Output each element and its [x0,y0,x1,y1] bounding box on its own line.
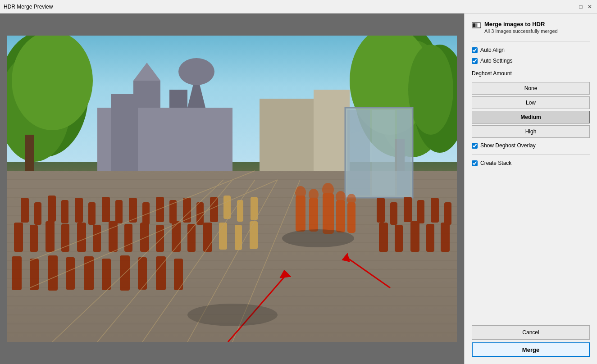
create-stack-checkbox[interactable] [472,160,478,166]
svg-rect-39 [314,90,350,171]
svg-point-121 [282,229,354,247]
svg-rect-73 [12,256,22,290]
svg-rect-49 [75,198,83,223]
panel-title-group: Merge images to HDR All 3 images success… [484,21,558,34]
deghost-medium-button[interactable]: Medium [472,111,590,123]
svg-rect-88 [250,221,258,249]
svg-rect-77 [84,256,94,290]
svg-rect-53 [129,198,137,223]
show-deghost-overlay-label: Show Deghost Overlay [480,142,536,149]
svg-rect-75 [48,255,58,291]
svg-rect-90 [390,202,397,225]
show-deghost-overlay-row[interactable]: Show Deghost Overlay [472,142,590,149]
svg-point-103 [309,189,319,200]
auto-align-checkbox[interactable] [472,47,478,53]
svg-point-32 [178,58,214,85]
svg-rect-74 [30,259,39,290]
show-deghost-overlay-checkbox[interactable] [472,143,478,149]
svg-rect-71 [187,224,196,252]
hdr-preview-image [7,36,457,342]
svg-point-105 [322,183,334,196]
divider-2 [472,154,590,155]
svg-point-10 [408,45,453,135]
deghost-high-button[interactable]: High [472,125,590,138]
merge-button[interactable]: Merge [472,342,590,357]
svg-rect-100 [296,196,305,232]
svg-rect-66 [109,221,118,252]
svg-rect-67 [124,224,132,252]
window-controls: ─ □ ✕ [568,3,593,10]
right-panel: Merge images to HDR All 3 images success… [464,14,597,364]
svg-rect-89 [377,198,385,223]
svg-rect-52 [115,200,123,223]
main-content: Merge images to HDR All 3 images success… [0,14,597,364]
svg-rect-60 [14,223,23,252]
svg-rect-65 [93,225,101,252]
svg-rect-104 [323,193,334,234]
svg-rect-68 [140,223,149,252]
svg-rect-80 [138,257,147,290]
svg-rect-57 [183,198,191,223]
svg-rect-69 [156,225,164,252]
svg-rect-98 [426,224,434,252]
preview-image-container [5,18,460,359]
bottom-buttons: Cancel Merge [472,325,590,357]
svg-rect-42 [347,110,370,196]
scene-svg [7,36,457,342]
svg-rect-93 [431,198,439,223]
deghost-low-button[interactable]: Low [472,96,590,109]
svg-point-107 [336,191,346,203]
svg-point-122 [187,304,278,326]
auto-align-label: Auto Align [480,47,505,53]
svg-rect-37 [111,94,138,171]
svg-rect-50 [88,202,96,225]
window-title: HDR Merge Preview [4,4,568,10]
auto-settings-checkbox[interactable] [472,58,478,64]
svg-rect-84 [237,200,243,222]
deghost-amount-label: Deghost Amount [472,70,590,77]
minimize-button[interactable]: ─ [568,3,575,10]
svg-rect-94 [444,202,451,225]
auto-settings-label: Auto Settings [480,58,512,64]
svg-rect-46 [34,202,41,225]
svg-point-109 [347,194,356,205]
maximize-button[interactable]: □ [577,3,584,10]
deghost-none-button[interactable]: None [472,82,590,95]
svg-rect-95 [379,223,388,252]
svg-rect-45 [21,198,29,223]
svg-rect-62 [46,221,55,252]
svg-rect-55 [156,197,164,222]
svg-rect-38 [260,99,314,171]
panel-header: Merge images to HDR All 3 images success… [472,21,590,34]
preview-area [0,14,464,364]
cancel-button[interactable]: Cancel [472,325,590,340]
svg-rect-61 [30,225,38,252]
close-button[interactable]: ✕ [586,3,593,10]
panel-title: Merge images to HDR [484,21,558,27]
create-stack-label: Create Stack [480,160,511,166]
svg-rect-86 [219,223,227,250]
panel-subtitle: All 3 images successfully merged [484,28,558,34]
auto-settings-row[interactable]: Auto Settings [472,58,590,64]
deghost-buttons: None Low Medium High [472,82,590,138]
hdr-icon [472,22,481,29]
svg-rect-102 [309,198,318,232]
svg-rect-78 [102,259,111,290]
svg-rect-126 [478,23,480,27]
svg-rect-51 [102,197,110,222]
svg-rect-96 [395,225,403,252]
svg-rect-64 [77,223,86,252]
svg-point-3 [12,36,93,130]
svg-rect-47 [48,196,56,222]
divider-1 [472,41,590,41]
svg-rect-43 [372,110,395,196]
svg-rect-48 [61,200,68,223]
svg-rect-91 [404,197,412,222]
svg-rect-97 [410,221,419,252]
create-stack-row[interactable]: Create Stack [472,160,590,166]
title-bar: HDR Merge Preview ─ □ ✕ [0,0,597,14]
svg-rect-44 [397,110,410,196]
svg-rect-99 [441,223,450,252]
auto-align-row[interactable]: Auto Align [472,47,590,53]
svg-rect-106 [336,200,345,232]
